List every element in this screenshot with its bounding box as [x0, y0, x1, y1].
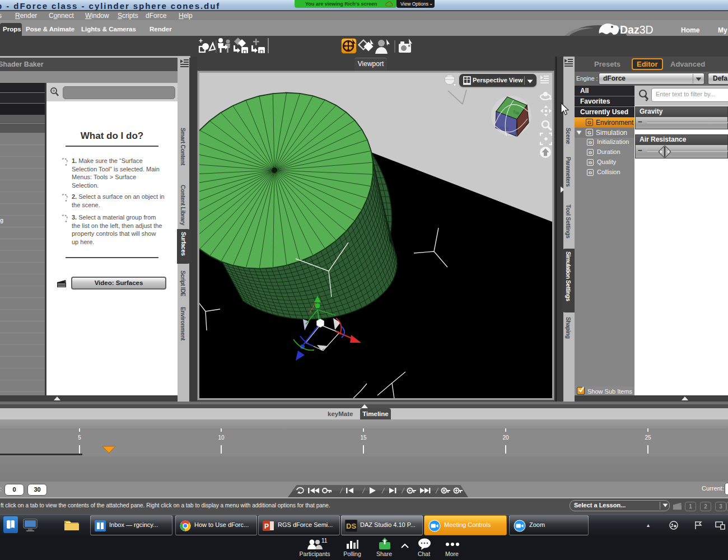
svg-text:DS: DS — [346, 522, 356, 530]
svg-text:+: + — [199, 37, 203, 45]
svg-text:P: P — [264, 522, 269, 530]
